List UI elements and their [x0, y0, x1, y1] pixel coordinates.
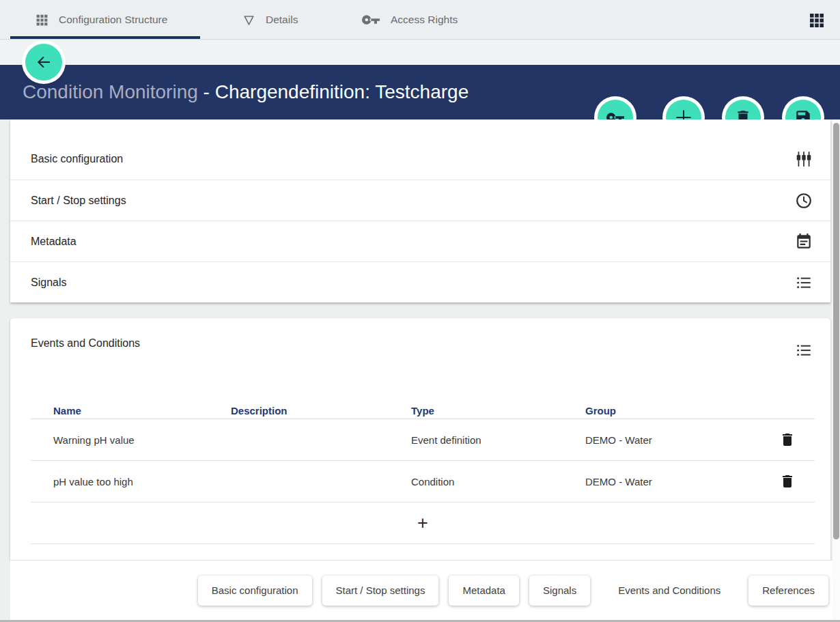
- arrow-left-icon: [35, 53, 53, 71]
- list-icon[interactable]: [795, 341, 813, 359]
- funnel-icon: [242, 14, 255, 27]
- active-tab-underline: [10, 36, 200, 39]
- events-table: Name Description Type Group Warning pH v…: [31, 403, 815, 544]
- apps-grid-icon[interactable]: [809, 12, 825, 29]
- tab-access-rights[interactable]: Access Rights: [362, 0, 458, 40]
- section-label: Basic configuration: [31, 153, 123, 165]
- page-header: Condition Monitoring - Chargendefinition…: [0, 65, 840, 119]
- nav-basic-configuration-button[interactable]: Basic configuration: [198, 576, 312, 606]
- bottom-section-nav: Basic configuration Start / Stop setting…: [10, 560, 840, 620]
- nav-start-stop-settings-button[interactable]: Start / Stop settings: [322, 576, 439, 606]
- section-label: Metadata: [31, 236, 76, 248]
- section-start-stop-settings[interactable]: Start / Stop settings: [10, 180, 830, 221]
- column-header-group: Group: [585, 405, 776, 416]
- top-tab-bar: Configuration Structure Details Access R…: [0, 0, 840, 40]
- scrollbar-thumb[interactable]: [833, 123, 839, 539]
- calendar-icon: [795, 233, 813, 251]
- back-button[interactable]: [25, 44, 62, 81]
- cell-name: pH value too high: [53, 476, 231, 487]
- section-basic-configuration[interactable]: Basic configuration: [10, 139, 830, 180]
- column-header-description: Description: [231, 405, 411, 416]
- tab-configuration-structure[interactable]: Configuration Structure: [36, 0, 167, 40]
- section-signals[interactable]: Signals: [10, 261, 830, 302]
- events-section-header: Events and Conditions: [10, 318, 830, 350]
- column-header-name: Name: [53, 405, 231, 416]
- nav-metadata-button[interactable]: Metadata: [449, 576, 519, 606]
- section-label: Signals: [31, 277, 66, 289]
- app-window: Configuration Structure Details Access R…: [0, 0, 840, 622]
- events-and-conditions-card: Events and Conditions Name Description T…: [10, 318, 830, 560]
- events-section-title: Events and Conditions: [31, 337, 140, 349]
- tab-label: Configuration Structure: [59, 14, 167, 26]
- row-delete-button[interactable]: [779, 432, 796, 448]
- events-table-header-row: Name Description Type Group: [31, 403, 815, 419]
- table-row[interactable]: pH value too high Condition DEMO - Water: [31, 461, 815, 503]
- key-icon: [362, 13, 380, 27]
- cell-group: DEMO - Water: [585, 434, 776, 446]
- tab-label: Access Rights: [391, 14, 458, 26]
- column-header-type: Type: [411, 405, 585, 416]
- configuration-sections-card: Basic configuration Start / Stop setting…: [10, 119, 830, 302]
- list-icon: [795, 274, 813, 292]
- tab-details[interactable]: Details: [242, 0, 298, 40]
- tab-label: Details: [266, 14, 298, 26]
- sliders-icon: [795, 150, 813, 168]
- cell-type: Event definition: [411, 434, 585, 446]
- plus-icon: +: [417, 513, 428, 534]
- row-delete-button[interactable]: [779, 473, 796, 490]
- cell-name: Warning pH value: [53, 434, 231, 446]
- cell-group: DEMO - Water: [585, 476, 776, 487]
- add-event-row-button[interactable]: +: [31, 503, 815, 544]
- table-row[interactable]: Warning pH value Event definition DEMO -…: [31, 419, 815, 461]
- nav-references-button[interactable]: References: [748, 576, 828, 606]
- section-label: Start / Stop settings: [31, 195, 126, 207]
- section-metadata[interactable]: Metadata: [10, 221, 830, 261]
- page-title: Condition Monitoring - Chargendefinition…: [23, 65, 468, 119]
- scrollbar-track: [832, 119, 840, 620]
- nav-events-and-conditions-button[interactable]: Events and Conditions: [600, 576, 738, 606]
- page-title-prefix: Condition Monitoring: [23, 81, 204, 103]
- clock-icon: [795, 192, 813, 210]
- page-title-main: - Chargendefinition: Testcharge: [204, 81, 469, 103]
- grid-icon: [36, 14, 48, 27]
- toolbar-gap: [0, 40, 840, 65]
- nav-signals-button[interactable]: Signals: [529, 576, 590, 606]
- cell-type: Condition: [411, 476, 585, 487]
